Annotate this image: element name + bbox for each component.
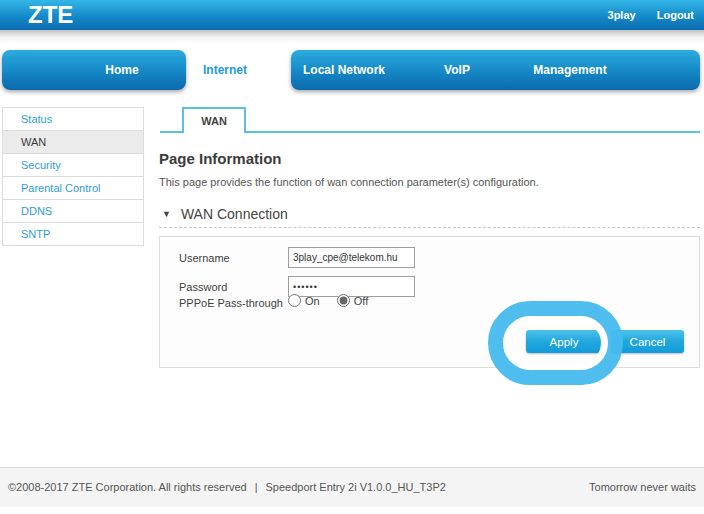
pppoe-off-option[interactable]: Off — [337, 295, 368, 307]
nav-item-voip[interactable]: VoIP — [444, 63, 470, 77]
sidebar-item-security[interactable]: Security — [3, 154, 143, 177]
sidebar-item-sntp[interactable]: SNTP — [3, 223, 143, 246]
firmware-version: Speedport Entry 2i V1.0.0_HU_T3P2 — [265, 481, 445, 493]
topbar-shadow — [0, 30, 704, 43]
section-header-wan-connection[interactable]: ▼WAN Connection — [162, 206, 288, 222]
logout-link[interactable]: Logout — [657, 9, 694, 21]
nav-item-management[interactable]: Management — [533, 63, 606, 77]
sidebar: Status WAN Security Parental Control DDN… — [2, 107, 144, 246]
username-input[interactable] — [288, 247, 415, 268]
zte-logo: ZTE — [28, 1, 73, 29]
nav-bar-left-segment — [2, 50, 186, 90]
footer-slogan: Tomorrow never waits — [589, 481, 696, 493]
username-label: Username — [179, 252, 230, 264]
nav-item-internet[interactable]: Internet — [203, 63, 247, 77]
apply-button[interactable]: Apply — [526, 330, 602, 353]
collapse-triangle-icon: ▼ — [162, 209, 171, 219]
footer-copyright: ©2008-2017 ZTE Corporation. All rights r… — [8, 481, 446, 493]
footer: ©2008-2017 ZTE Corporation. All rights r… — [0, 467, 704, 507]
pppoe-on-option[interactable]: On — [288, 295, 320, 307]
page-description: This page provides the function of wan c… — [159, 176, 539, 188]
section-divider — [159, 227, 700, 228]
nav-item-local-network[interactable]: Local Network — [303, 63, 385, 77]
page-title: Page Information — [159, 150, 282, 167]
tab-wan[interactable]: WAN — [182, 107, 246, 133]
pppoe-off-radio[interactable] — [337, 294, 350, 307]
sidebar-item-parental-control[interactable]: Parental Control — [3, 177, 143, 200]
wan-connection-form: Username Password PPPoE Pass-through On … — [159, 236, 700, 368]
session-controls: 3play Logout — [590, 9, 694, 21]
pppoe-on-radio[interactable] — [288, 294, 301, 307]
password-label: Password — [179, 281, 227, 293]
section-title: WAN Connection — [181, 206, 288, 222]
cancel-button[interactable]: Cancel — [611, 330, 684, 353]
router-admin-page: ZTE 3play Logout Home Internet Local Net… — [0, 0, 704, 514]
pppoe-radio-group: On Off — [288, 294, 382, 307]
logged-in-user: 3play — [608, 9, 636, 21]
footer-separator: | — [255, 481, 258, 493]
pppoe-on-label: On — [305, 295, 320, 307]
nav-item-home[interactable]: Home — [105, 63, 138, 77]
sidebar-item-status[interactable]: Status — [3, 108, 143, 131]
pppoe-passthrough-label: PPPoE Pass-through — [179, 297, 283, 309]
pppoe-off-label: Off — [354, 295, 368, 307]
sidebar-item-wan[interactable]: WAN — [3, 131, 143, 154]
sidebar-item-ddns[interactable]: DDNS — [3, 200, 143, 223]
copyright-text: ©2008-2017 ZTE Corporation. All rights r… — [8, 481, 247, 493]
top-bar: ZTE 3play Logout — [0, 0, 704, 30]
